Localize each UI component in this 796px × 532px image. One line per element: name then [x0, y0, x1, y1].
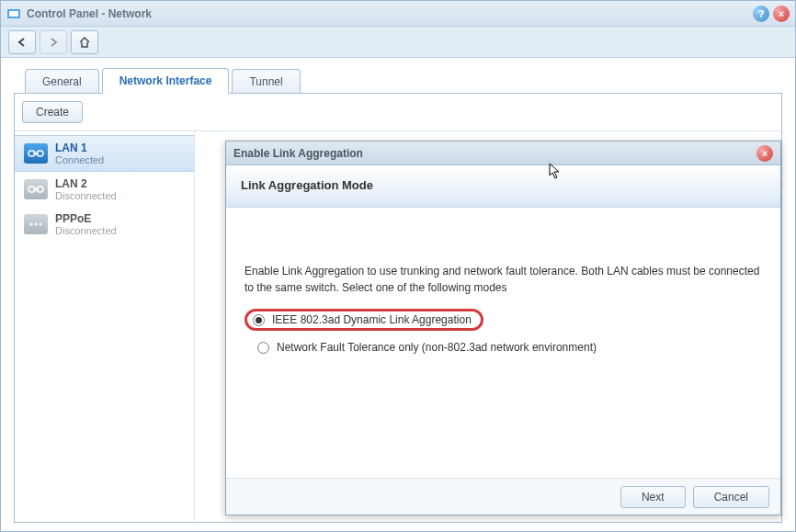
app-icon: [6, 6, 21, 21]
svg-rect-1: [9, 11, 18, 17]
dialog-banner: Link Aggregation Mode: [226, 165, 780, 208]
svg-point-8: [30, 223, 33, 226]
close-icon[interactable]: ×: [773, 6, 790, 22]
radio-label: Network Fault Tolerance only (non-802.3a…: [277, 339, 597, 356]
dialog-heading: Link Aggregation Mode: [241, 178, 766, 192]
back-button[interactable]: [8, 30, 36, 54]
window-title: Control Panel - Network: [27, 7, 753, 20]
dialog-body: Enable Link Aggregation to use trunking …: [226, 208, 780, 478]
radio-label: IEEE 802.3ad Dynamic Link Aggregation: [272, 311, 472, 328]
interface-list: LAN 1 Connected LAN 2 Disconnected: [15, 131, 195, 523]
interface-status: Connected: [55, 154, 104, 165]
radio-fault-tolerance[interactable]: Network Fault Tolerance only (non-802.3a…: [250, 336, 762, 358]
interface-name: PPPoE: [55, 212, 117, 225]
svg-point-10: [40, 223, 42, 226]
pppoe-icon: [24, 214, 48, 234]
link-icon: [24, 143, 48, 164]
tab-bar: General Network Interface Tunnel: [25, 67, 782, 93]
help-icon[interactable]: ?: [753, 6, 769, 22]
dialog-titlebar: Enable Link Aggregation ×: [226, 141, 780, 165]
window: Control Panel - Network ? × General Netw…: [0, 0, 796, 532]
interface-name: LAN 1: [55, 141, 104, 154]
interface-name: LAN 2: [55, 177, 117, 190]
radio-icon: [257, 342, 269, 354]
tab-general[interactable]: General: [25, 69, 99, 94]
interface-item-lan2[interactable]: LAN 2 Disconnected: [15, 172, 194, 207]
radio-ieee-8023ad[interactable]: IEEE 802.3ad Dynamic Link Aggregation: [244, 309, 483, 331]
dialog-footer: Next Cancel: [226, 478, 780, 515]
dialog-title: Enable Link Aggregation: [233, 147, 756, 160]
tab-tunnel[interactable]: Tunnel: [232, 69, 300, 94]
dialog-description: Enable Link Aggregation to use trunking …: [244, 263, 762, 296]
svg-point-9: [35, 223, 38, 226]
link-icon: [24, 179, 48, 199]
interface-item-lan1[interactable]: LAN 1 Connected: [15, 135, 194, 172]
forward-button[interactable]: [40, 30, 67, 54]
home-button[interactable]: [71, 30, 98, 54]
interface-status: Disconnected: [55, 225, 117, 236]
interface-status: Disconnected: [55, 190, 117, 201]
radio-icon: [253, 314, 265, 326]
nav-toolbar: [1, 27, 795, 58]
panel-toolbar: Create: [15, 94, 781, 131]
titlebar: Control Panel - Network ? ×: [1, 1, 795, 27]
cancel-button[interactable]: Cancel: [693, 486, 769, 508]
tab-network-interface[interactable]: Network Interface: [102, 68, 230, 94]
mode-radio-group: IEEE 802.3ad Dynamic Link Aggregation Ne…: [244, 307, 762, 358]
create-button[interactable]: Create: [22, 101, 83, 123]
next-button[interactable]: Next: [620, 486, 686, 508]
link-aggregation-dialog: Enable Link Aggregation × Link Aggregati…: [225, 141, 781, 515]
interface-item-pppoe[interactable]: PPPoE Disconnected: [15, 207, 194, 242]
dialog-close-icon[interactable]: ×: [756, 145, 773, 162]
